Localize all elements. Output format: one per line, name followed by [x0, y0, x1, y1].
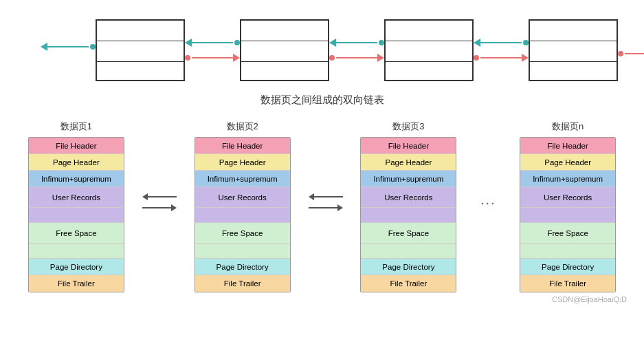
right-end-arrow	[618, 19, 645, 81]
diagram-caption: 数据页之间组成的双向链表	[260, 94, 384, 107]
row-file-header-3: File Header	[361, 138, 456, 154]
row-user-records-2b	[195, 208, 290, 223]
row-page-header-3: Page Header	[361, 154, 456, 171]
page-structure-3: File Header Page Header Infimum+supremum…	[360, 137, 456, 292]
page-label-3: 数据页3	[392, 120, 424, 133]
row-free-space-1: Free Space	[29, 223, 124, 244]
row-infimum-3: Infimum+supremum	[361, 171, 456, 187]
row-page-header-1: Page Header	[29, 154, 124, 171]
row-file-header-1: File Header	[29, 138, 124, 154]
main-container: 数据页之间组成的双向链表 数据页1 File Header Page Heade…	[0, 0, 644, 310]
page-column-n: 数据页n File Header Page Header Infimum+sup…	[502, 120, 634, 292]
row-page-directory-3: Page Directory	[361, 259, 456, 275]
row-user-records-nb	[520, 208, 615, 223]
top-page-box-2	[240, 19, 329, 81]
row-page-directory-1: Page Directory	[29, 259, 124, 275]
row-free-space-n: Free Space	[520, 223, 615, 244]
row-user-records-1: User Records	[29, 187, 124, 208]
left-start-arrow	[41, 19, 96, 81]
row-free-space-1b	[29, 244, 124, 259]
bottom-section: 数据页1 File Header Page Header Infimum+sup…	[10, 120, 634, 292]
struct-arrow-1-2	[142, 138, 177, 266]
struct-arrow-2-3	[309, 138, 343, 266]
row-user-records-2: User Records	[195, 187, 290, 208]
row-infimum-1: Infimum+supremum	[29, 171, 124, 187]
top-section: 数据页之间组成的双向链表	[10, 7, 634, 115]
row-page-header-2: Page Header	[195, 154, 290, 171]
row-infimum-2: Infimum+supremum	[195, 171, 290, 187]
top-page-box-1	[96, 19, 185, 81]
row-user-records-3: User Records	[361, 187, 456, 208]
row-page-directory-n: Page Directory	[520, 259, 615, 275]
row-file-trailer-1: File Trailer	[29, 275, 124, 292]
linked-list-diagram	[41, 12, 604, 88]
row-user-records-1b	[29, 208, 124, 223]
page-column-2: 数据页2 File Header Page Header Infimum+sup…	[177, 120, 309, 292]
page-structure-n: File Header Page Header Infimum+supremum…	[520, 137, 616, 292]
arrow-3-4	[474, 19, 529, 81]
row-page-header-n: Page Header	[520, 154, 615, 171]
row-free-space-3b	[361, 244, 456, 259]
arrow-2-3	[329, 19, 384, 81]
page-column-1: 数据页1 File Header Page Header Infimum+sup…	[10, 120, 142, 292]
row-free-space-3: Free Space	[361, 223, 456, 244]
row-file-header-2: File Header	[195, 138, 290, 154]
row-infimum-n: Infimum+supremum	[520, 171, 615, 187]
row-user-records-n: User Records	[520, 187, 615, 208]
arrow-1-2	[185, 19, 240, 81]
row-free-space-2b	[195, 244, 290, 259]
row-free-space-2: Free Space	[195, 223, 290, 244]
page-structure-2: File Header Page Header Infimum+supremum…	[195, 137, 291, 292]
row-file-trailer-3: File Trailer	[361, 275, 456, 292]
row-page-directory-2: Page Directory	[195, 259, 290, 275]
row-file-trailer-2: File Trailer	[195, 275, 290, 292]
top-page-box-3	[384, 19, 474, 81]
page-label-1: 数据页1	[60, 120, 92, 133]
page-column-3: 数据页3 File Header Page Header Infimum+sup…	[343, 120, 475, 292]
top-page-box-4	[529, 19, 618, 81]
watermark: CSDN@EijoaHoaiQ:D	[10, 295, 634, 303]
dots-separator: ···	[474, 138, 502, 266]
page-structure-1: File Header Page Header Infimum+supremum…	[28, 137, 124, 292]
row-user-records-3b	[361, 208, 456, 223]
page-label-2: 数据页2	[227, 120, 258, 133]
row-file-header-n: File Header	[520, 138, 615, 154]
row-free-space-nb	[520, 244, 615, 259]
page-label-n: 数据页n	[552, 120, 584, 133]
row-file-trailer-n: File Trailer	[520, 275, 615, 292]
